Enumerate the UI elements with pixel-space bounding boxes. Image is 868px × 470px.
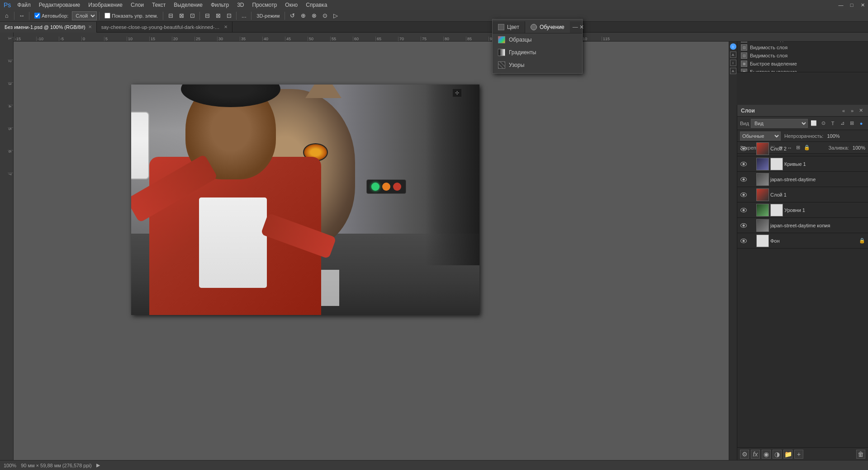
new-layer-btn[interactable]: +: [794, 450, 803, 459]
filter-type-icon[interactable]: T: [829, 119, 837, 127]
filter-smart-icon[interactable]: ⊞: [848, 119, 856, 127]
home-button[interactable]: ⌂: [2, 11, 12, 21]
menu-filter[interactable]: Фильтр: [207, 1, 232, 9]
layer-vis-2[interactable]: [740, 176, 747, 183]
rotate-3d[interactable]: ↺: [287, 11, 297, 21]
ai-btn-0[interactable]: i: [730, 43, 736, 50]
layer-vis-5[interactable]: [740, 222, 747, 229]
menu-select[interactable]: Выделение: [170, 1, 206, 9]
align-bottom[interactable]: ⊡: [224, 11, 234, 21]
align-top[interactable]: ⊟: [202, 11, 212, 21]
layer-vis-3[interactable]: [740, 191, 747, 198]
minimize-button[interactable]: —: [835, 0, 846, 10]
autoselect-checkbox[interactable]: Автовыбор:: [32, 12, 71, 19]
menu-help[interactable]: Справка: [302, 1, 331, 9]
menu-file[interactable]: Файл: [14, 1, 34, 9]
layer-item-5[interactable]: japan-street-daytime копия: [737, 218, 868, 233]
layers-panel-menu[interactable]: ✕: [857, 107, 864, 114]
popup-close[interactable]: ✕: [579, 24, 584, 30]
layer-item-4[interactable]: Уровни 1: [737, 202, 868, 218]
layer-item-2[interactable]: japan-street-daytime: [737, 172, 868, 187]
ai-btn-3[interactable]: A: [730, 68, 736, 74]
tab-jpg[interactable]: say-cheese-close-up-young-beautiful-dark…: [97, 22, 232, 33]
layer-item-3[interactable]: Слой 1: [737, 187, 868, 202]
menu-bar: Ps Файл Редактирование Изображение Слои …: [0, 0, 868, 10]
render-3d[interactable]: ▷: [331, 11, 341, 21]
tab-psd-close[interactable]: ✕: [88, 24, 92, 29]
tab-jpg-close[interactable]: ✕: [224, 24, 228, 29]
history-item-4[interactable]: ⊡ Видимость слоя: [737, 43, 868, 52]
popup-tab-color[interactable]: Цвет: [493, 21, 525, 33]
filter-label: Вид: [740, 121, 749, 126]
layer-name-5: japan-street-daytime копия: [770, 223, 865, 228]
filter-toggle[interactable]: ●: [857, 119, 865, 127]
separator-8: [285, 12, 285, 20]
filter-pixel-icon[interactable]: ⬜: [810, 119, 818, 127]
menu-text[interactable]: Текст: [148, 1, 169, 9]
blend-mode-select[interactable]: Обычные: [740, 132, 781, 141]
layer-vis-1[interactable]: [740, 160, 747, 168]
add-style-btn[interactable]: fx: [751, 450, 760, 459]
ai-btn-2[interactable]: I: [730, 60, 736, 66]
show-transform-checkbox[interactable]: Показать упр. элем.: [102, 12, 161, 19]
ai-btn-1[interactable]: A: [730, 52, 736, 58]
layer-link-6: [749, 238, 755, 244]
eye-icon-2: [740, 177, 747, 182]
layer-vis-0[interactable]: [740, 145, 747, 152]
history-item-6[interactable]: ⊠ Быстрое выделение: [737, 60, 868, 68]
filter-adjustment-icon[interactable]: ⊙: [819, 119, 827, 127]
filter-select[interactable]: Вид: [751, 119, 808, 128]
history-item-5[interactable]: ⊡ Видимость слоя: [737, 52, 868, 60]
popup-item-samples[interactable]: Образцы: [493, 33, 582, 46]
popup-item-patterns[interactable]: Узоры: [493, 59, 582, 71]
menu-edit[interactable]: Редактирование: [35, 1, 84, 9]
layer-item-0[interactable]: Слой 2: [737, 141, 868, 156]
layer-vis-4[interactable]: [740, 207, 747, 214]
add-group-btn[interactable]: 📁: [783, 450, 792, 459]
popup-header-tabs: Цвет Обучение — ✕: [493, 21, 582, 33]
color-tab-label: Цвет: [507, 24, 519, 30]
align-middle-v[interactable]: ⊠: [213, 11, 223, 21]
align-right[interactable]: ⊡: [187, 11, 197, 21]
tab-psd[interactable]: Без имени-1.psd @ 100% (RGB/8#) ✕: [0, 22, 97, 33]
popup-tab-learn[interactable]: Обучение: [525, 21, 570, 33]
status-arrow: ▶: [96, 462, 100, 468]
layers-panel-expand[interactable]: »: [849, 107, 856, 114]
canvas-document[interactable]: ⊹: [131, 85, 479, 315]
canvas-area[interactable]: ⊹: [14, 42, 737, 460]
layer-name-6: Фон: [770, 238, 858, 244]
zoom-3d[interactable]: ⊙: [320, 11, 330, 21]
more-options[interactable]: ...: [239, 11, 249, 21]
layers-panel-collapse[interactable]: «: [840, 107, 847, 114]
filter-shape-icon[interactable]: ⊿: [838, 119, 846, 127]
menu-3d[interactable]: 3D: [233, 1, 247, 9]
3d-mode-label: 3D-режим: [254, 12, 282, 19]
layers-list: Слой 2 Кривые 1 japan-street-daytime: [737, 141, 868, 447]
pan-3d[interactable]: ⊗: [309, 11, 319, 21]
history-item-7[interactable]: ⊠ Быстрое выделение: [737, 68, 868, 72]
link-layers-btn[interactable]: ⚙: [740, 450, 749, 459]
menu-view[interactable]: Просмотр: [249, 1, 281, 9]
align-center-h[interactable]: ⊠: [176, 11, 186, 21]
delete-layer-btn[interactable]: 🗑: [856, 450, 865, 459]
add-adjustment-btn[interactable]: ◑: [773, 450, 782, 459]
canvas-marker: ⊹: [453, 89, 461, 97]
show-transform-label: Показать упр. элем.: [112, 13, 158, 19]
patterns-icon: [498, 61, 505, 69]
layer-vis-6[interactable]: [740, 237, 747, 244]
layer-item-1[interactable]: Кривые 1: [737, 156, 868, 172]
maximize-button[interactable]: □: [846, 0, 857, 10]
move-tool-btn[interactable]: ↔: [17, 11, 27, 21]
popup-minimize[interactable]: —: [573, 24, 578, 30]
menu-window[interactable]: Окно: [281, 1, 301, 9]
popup-item-gradients[interactable]: Градиенты: [493, 46, 582, 59]
orbit-3d[interactable]: ⊕: [298, 11, 308, 21]
align-left[interactable]: ⊟: [166, 11, 175, 21]
layer-item-6[interactable]: Фон 🔒: [737, 233, 868, 249]
menu-image[interactable]: Изображение: [85, 1, 126, 9]
add-mask-btn[interactable]: ◉: [762, 450, 771, 459]
menu-layers[interactable]: Слои: [127, 1, 147, 9]
autoselect-mode[interactable]: Слой: [72, 11, 97, 20]
close-button[interactable]: ✕: [857, 0, 868, 10]
layers-panel-header: Слои « » ✕: [737, 105, 868, 117]
